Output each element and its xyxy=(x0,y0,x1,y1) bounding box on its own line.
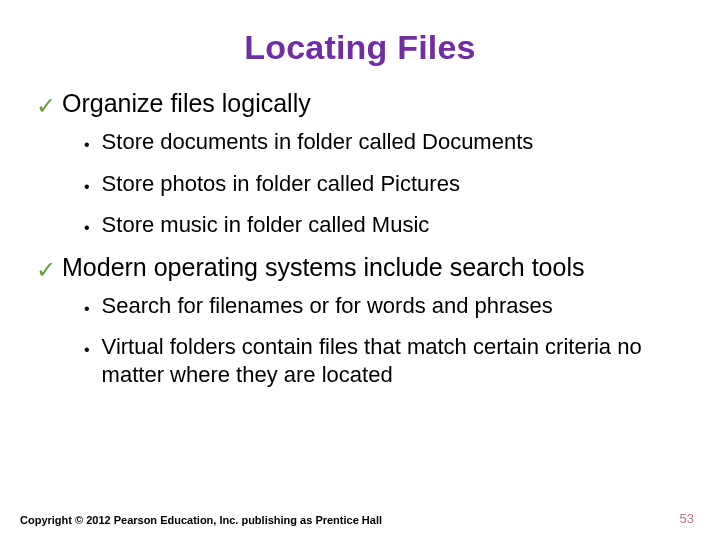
bullet-icon: • xyxy=(84,220,90,236)
bullet-icon: • xyxy=(84,342,90,358)
section-heading-text: Modern operating systems include search … xyxy=(62,253,585,282)
list-item-text: Store documents in folder called Documen… xyxy=(102,128,534,156)
check-icon: ✓ xyxy=(36,258,56,282)
bullet-icon: • xyxy=(84,137,90,153)
list-item: • Store documents in folder called Docum… xyxy=(84,128,684,156)
page-number: 53 xyxy=(680,511,694,526)
section-heading: ✓ Organize files logically xyxy=(36,89,684,118)
slide: Locating Files ✓ Organize files logicall… xyxy=(0,0,720,540)
bullet-icon: • xyxy=(84,179,90,195)
list-item: • Search for filenames or for words and … xyxy=(84,292,684,320)
check-icon: ✓ xyxy=(36,94,56,118)
sub-list: • Store documents in folder called Docum… xyxy=(84,128,684,239)
list-item-text: Store photos in folder called Pictures xyxy=(102,170,460,198)
slide-title: Locating Files xyxy=(36,28,684,67)
bullet-icon: • xyxy=(84,301,90,317)
section-heading: ✓ Modern operating systems include searc… xyxy=(36,253,684,282)
list-item: • Store photos in folder called Pictures xyxy=(84,170,684,198)
section-heading-text: Organize files logically xyxy=(62,89,311,118)
list-item-text: Search for filenames or for words and ph… xyxy=(102,292,553,320)
list-item-text: Virtual folders contain files that match… xyxy=(102,333,684,388)
copyright-text: Copyright © 2012 Pearson Education, Inc.… xyxy=(20,514,382,526)
list-item-text: Store music in folder called Music xyxy=(102,211,430,239)
list-item: • Virtual folders contain files that mat… xyxy=(84,333,684,388)
list-item: • Store music in folder called Music xyxy=(84,211,684,239)
sub-list: • Search for filenames or for words and … xyxy=(84,292,684,389)
